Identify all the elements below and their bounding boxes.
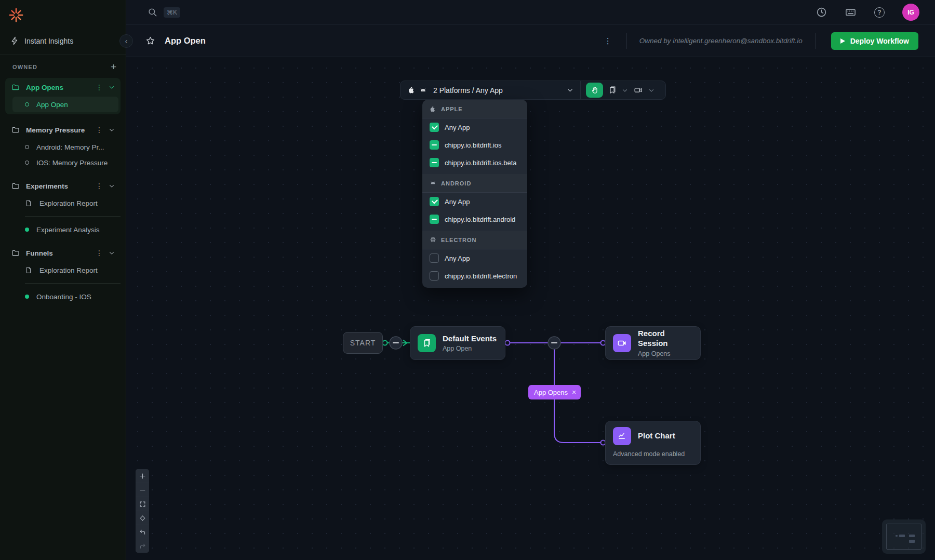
brand-row[interactable]: Instant Insights	[0, 25, 126, 55]
platform-selector-label: 2 Platforms / Any App	[433, 86, 566, 95]
folder-icon	[11, 83, 20, 91]
fit-view-button[interactable]	[136, 497, 149, 511]
folder-menu-icon[interactable]: ⋮	[90, 249, 108, 257]
brand-label: Instant Insights	[24, 37, 73, 45]
electron-icon	[430, 236, 436, 243]
checkbox-partial-icon[interactable]	[430, 215, 439, 224]
folder-label: Experiments	[26, 182, 90, 190]
help-button[interactable]: ?	[874, 7, 885, 18]
dropdown-option[interactable]: Any App	[422, 118, 527, 136]
folder-menu-icon[interactable]: ⋮	[90, 126, 108, 134]
search-button[interactable]: ⌘K	[148, 7, 180, 18]
chevron-down-icon[interactable]	[108, 182, 115, 190]
dropdown-option[interactable]: chippy.io.bitdrift.ios.beta	[422, 154, 527, 171]
sidebar-folder-funnels[interactable]: Funnels ⋮	[5, 244, 121, 262]
chevron-down-icon[interactable]	[108, 126, 115, 134]
node-record-session[interactable]: Record Session App Opens	[605, 326, 701, 360]
session-recording-button[interactable]	[633, 86, 643, 95]
checkbox-unchecked-icon[interactable]	[430, 254, 439, 263]
deploy-workflow-button[interactable]: Deploy Workflow	[831, 32, 918, 50]
node-subtitle: App Open	[443, 345, 497, 352]
owned-label: OWNED	[12, 64, 37, 70]
sidebar-item[interactable]: Exploration Report	[5, 195, 121, 211]
edge-label-badge[interactable]: App Opens ×	[528, 385, 581, 399]
chevron-down-icon[interactable]	[621, 87, 629, 94]
node-plot-chart[interactable]: Plot Chart Advanced mode enabled	[605, 421, 701, 465]
sidebar-item-label: Experiment Analysis	[36, 226, 100, 234]
undo-button[interactable]	[136, 525, 149, 539]
dropdown-option[interactable]: chippy.io.bitdrift.electron	[422, 267, 527, 285]
sidebar-item-label: Exploration Report	[39, 266, 98, 274]
close-icon[interactable]: ×	[572, 389, 576, 396]
pan-tool-button[interactable]	[586, 83, 603, 98]
saved-views-button[interactable]	[608, 86, 617, 95]
dropdown-option[interactable]: Any App	[422, 193, 527, 210]
avatar-initials: IG	[907, 9, 914, 16]
minimap-node	[909, 540, 915, 543]
sidebar-item-label: Exploration Report	[39, 199, 98, 207]
chevron-down-icon[interactable]	[648, 87, 655, 94]
bolt-icon	[10, 36, 19, 45]
platform-dropdown: APPLE Any App chippy.io.bitdrift.ios chi…	[422, 100, 527, 288]
dropdown-section-android: ANDROID	[422, 174, 527, 193]
minimap[interactable]	[882, 519, 926, 554]
redo-button[interactable]	[136, 539, 149, 553]
workflow-header: App Open ⋮ Owned by intelligent.greenher…	[126, 25, 935, 57]
shortcuts-button[interactable]	[845, 6, 857, 18]
fit-view-icon	[139, 501, 146, 508]
folder-menu-icon[interactable]: ⋮	[90, 182, 108, 190]
sidebar-item[interactable]: Onboarding - IOS	[5, 289, 121, 304]
app-logo[interactable]	[0, 0, 126, 25]
owner-text: Owned by intelligent.greenheron@sandbox.…	[634, 37, 808, 45]
checkbox-unchecked-icon[interactable]	[430, 271, 439, 281]
dropdown-option[interactable]: chippy.io.bitdrift.ios	[422, 136, 527, 154]
checkbox-checked-icon[interactable]	[430, 197, 439, 206]
zoom-in-button[interactable]	[136, 469, 149, 483]
folder-label: Memory Pressure	[26, 126, 90, 134]
sidebar-item[interactable]: IOS: Memory Pressure	[5, 155, 121, 170]
favorite-button[interactable]	[145, 36, 155, 46]
dropdown-option[interactable]: chippy.io.bitdrift.android	[422, 210, 527, 228]
start-node[interactable]: START	[343, 332, 383, 354]
checkbox-partial-icon[interactable]	[430, 158, 439, 167]
ring-icon	[25, 145, 29, 149]
add-workflow-button[interactable]: +	[111, 63, 116, 71]
zoom-out-button[interactable]	[136, 483, 149, 497]
folder-menu-icon[interactable]: ⋮	[90, 83, 108, 91]
chevron-down-icon[interactable]	[108, 249, 115, 257]
clock-icon	[816, 7, 827, 18]
sidebar-folder-app-opens[interactable]: App Opens ⋮	[5, 78, 121, 97]
avatar[interactable]: IG	[902, 4, 919, 21]
apple-icon	[408, 86, 416, 95]
option-label: chippy.io.bitdrift.electron	[445, 272, 517, 280]
interactivity-icon	[139, 515, 146, 522]
redo-icon	[139, 543, 146, 550]
option-label: Any App	[445, 124, 470, 131]
chevron-down-icon	[566, 86, 574, 94]
workflow-menu-button[interactable]: ⋮	[597, 36, 619, 46]
checkbox-checked-icon[interactable]	[430, 123, 439, 132]
bookmark-icon	[418, 334, 436, 352]
sidebar-item-app-open[interactable]: App Open	[12, 97, 118, 112]
option-label: Any App	[445, 255, 470, 262]
checkbox-partial-icon[interactable]	[430, 140, 439, 150]
sidebar-group-app-opens: App Opens ⋮ App Open	[5, 78, 121, 114]
plus-icon	[139, 473, 146, 479]
node-default-events[interactable]: Default Events App Open	[410, 326, 505, 360]
chevron-down-icon[interactable]	[108, 84, 115, 91]
sidebar-item[interactable]: Exploration Report	[5, 262, 121, 278]
history-button[interactable]	[816, 7, 827, 18]
apple-icon	[430, 105, 436, 113]
android-icon	[419, 86, 427, 95]
toggle-interactivity-button[interactable]	[136, 511, 149, 525]
ring-icon	[25, 161, 29, 165]
platform-selector-button[interactable]: 2 Platforms / Any App	[400, 81, 580, 99]
workflow-canvas[interactable]: 2 Platforms / Any App	[126, 58, 935, 560]
sidebar-collapse-button[interactable]: ‹	[119, 34, 133, 48]
sidebar-item[interactable]: Android: Memory Pr...	[5, 139, 121, 155]
sidebar-item[interactable]: Experiment Analysis	[5, 222, 121, 237]
dropdown-option[interactable]: Any App	[422, 249, 527, 267]
sidebar-folder-experiments[interactable]: Experiments ⋮	[5, 177, 121, 195]
sidebar-folder-memory-pressure[interactable]: Memory Pressure ⋮	[5, 121, 121, 139]
minimap-node	[899, 535, 905, 537]
